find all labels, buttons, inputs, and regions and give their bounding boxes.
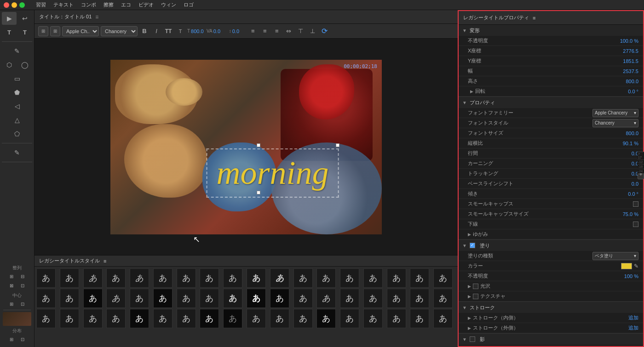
style-cell-7[interactable]: あ — [200, 268, 219, 288]
skew-value[interactable]: 0.0 ° — [602, 191, 638, 197]
menu-item-5[interactable]: ビデオ — [138, 1, 154, 8]
handle-tl[interactable] — [257, 143, 260, 147]
style-cell-44[interactable]: あ — [223, 309, 242, 328]
stroke-header[interactable]: ▼ ストローク — [459, 302, 643, 313]
handle-ml[interactable] — [257, 191, 260, 194]
style-cell-18[interactable]: あ — [36, 289, 56, 308]
align-right-button[interactable]: ≡ — [272, 26, 282, 36]
dist-btn-1[interactable]: ⊞ — [6, 335, 17, 343]
style-cell-3[interactable]: あ — [106, 268, 126, 288]
style-cell-12[interactable]: あ — [316, 268, 336, 288]
shadow-checkbox[interactable] — [470, 336, 475, 342]
style-cell-24[interactable]: あ — [177, 289, 196, 308]
close-button[interactable] — [4, 2, 9, 8]
diamond-tool[interactable]: ⬟ — [10, 86, 24, 99]
style-cell-43[interactable]: あ — [200, 309, 219, 328]
style-cell-46[interactable]: あ — [270, 309, 289, 328]
style-cell-37[interactable]: あ — [60, 309, 79, 328]
kerning-value[interactable]: 0.0 — [213, 28, 227, 34]
text-format-btn-1[interactable]: ⊞ — [38, 26, 48, 36]
style-cell-8[interactable]: あ — [223, 268, 242, 288]
bottom-menu-icon[interactable]: ≡ — [104, 258, 106, 264]
align-left-button[interactable]: ≡ — [248, 26, 258, 36]
width-value[interactable]: 2537.5 — [602, 68, 638, 74]
properties-header[interactable]: ▼ プロパティ — [459, 97, 643, 108]
style-cell-49[interactable]: あ — [340, 309, 359, 328]
style-cell-28[interactable]: あ — [270, 289, 289, 308]
title-menu-icon[interactable]: ≡ — [95, 14, 98, 20]
style-cell-27[interactable]: あ — [247, 289, 266, 308]
style-cell-17[interactable]: あ — [433, 268, 453, 288]
style-cell-2[interactable]: あ — [83, 268, 103, 288]
menu-item-2[interactable]: コンポ — [81, 1, 96, 8]
shadow-header[interactable]: ▼ 影 — [459, 334, 643, 345]
tracking-value[interactable]: 0.0 — [602, 171, 638, 176]
underline-checkbox[interactable] — [633, 222, 638, 227]
align-bottom-button[interactable]: ⊥ — [308, 26, 318, 36]
shape-tool-2[interactable]: ◯ — [17, 58, 32, 71]
style-cell-35[interactable]: あ — [433, 289, 453, 308]
y-value[interactable]: 1851.5 — [602, 58, 638, 64]
style-cell-30[interactable]: あ — [316, 289, 336, 308]
triangle-tool[interactable]: △ — [10, 114, 24, 126]
style-cell-42[interactable]: あ — [177, 309, 196, 328]
font-style-dropdown[interactable]: Chancery ▾ — [592, 119, 638, 127]
pen-tool[interactable]: ✎ — [10, 45, 24, 57]
fill-opacity-value[interactable]: 100 % — [602, 273, 638, 279]
aspect-value[interactable]: 90.1 % — [602, 141, 638, 146]
fill-checkbox[interactable] — [470, 243, 475, 248]
style-cell-14[interactable]: あ — [363, 268, 383, 288]
style-cell-50[interactable]: あ — [363, 309, 383, 328]
align-btn-3[interactable]: ⊠ — [6, 281, 17, 290]
center-btn-2[interactable]: ⊡ — [17, 300, 28, 308]
kerning-prop-value[interactable]: 0.0 — [602, 161, 638, 166]
align-center-button[interactable]: ≡ — [260, 26, 270, 36]
menu-item-0[interactable]: 習習 — [36, 1, 46, 8]
caps-button[interactable]: TT — [163, 26, 173, 36]
style-cell-39[interactable]: あ — [106, 309, 126, 328]
style-cell-47[interactable]: あ — [293, 309, 313, 328]
menu-item-6[interactable]: ウィン — [161, 1, 176, 8]
rect-tool[interactable]: ▭ — [10, 72, 24, 85]
style-cell-4[interactable]: あ — [130, 268, 149, 288]
minimize-button[interactable] — [12, 2, 17, 8]
opacity-value[interactable]: 100.0 % — [602, 38, 638, 44]
gloss-checkbox[interactable] — [473, 284, 478, 289]
style-cell-36[interactable]: あ — [36, 309, 56, 328]
dist-btn-2[interactable]: ⊡ — [17, 335, 28, 343]
italic-button[interactable]: I — [151, 26, 161, 36]
draw-tool[interactable]: ✎ — [10, 146, 24, 159]
align-btn-2[interactable]: ⊟ — [17, 272, 28, 280]
style-cell-29[interactable]: あ — [293, 289, 313, 308]
eyedropper-icon[interactable]: ✎ — [634, 263, 638, 269]
align-btn-1[interactable]: ⊞ — [6, 272, 17, 280]
style-cell-40[interactable]: あ — [130, 309, 149, 328]
style-cell-32[interactable]: あ — [363, 289, 383, 308]
style-cell-21[interactable]: あ — [106, 289, 126, 308]
font-family-select[interactable]: Apple Ch... — [62, 26, 99, 36]
menu-item-4[interactable]: エコ — [121, 1, 131, 8]
center-btn-1[interactable]: ⊞ — [6, 300, 17, 308]
style-cell-26[interactable]: あ — [223, 289, 242, 308]
text-tool-h[interactable]: T — [2, 26, 17, 39]
maximize-button[interactable] — [19, 2, 25, 8]
panel-menu-icon[interactable]: ≡ — [533, 15, 535, 21]
style-cell-5[interactable]: あ — [153, 268, 172, 288]
font-size-prop-value[interactable]: 800.0 — [602, 131, 638, 136]
color-swatch[interactable] — [621, 263, 632, 269]
style-cell-20[interactable]: あ — [83, 289, 103, 308]
align-top-button[interactable]: ⊤ — [296, 26, 306, 36]
style-cell-9[interactable]: あ — [247, 268, 266, 288]
style-cell-41[interactable]: あ — [153, 309, 172, 328]
style-cell-15[interactable]: あ — [387, 268, 406, 288]
style-cell-51[interactable]: あ — [387, 309, 406, 328]
bold-button[interactable]: B — [139, 26, 150, 36]
style-cell-34[interactable]: あ — [410, 289, 429, 308]
style-cell-25[interactable]: あ — [200, 289, 219, 308]
style-cell-52[interactable]: あ — [410, 309, 429, 328]
baseline-value[interactable]: 0.0 — [602, 181, 638, 187]
align-justify-button[interactable]: ⇔ — [284, 26, 294, 36]
fill-type-dropdown[interactable]: ベタ塗り ▾ — [592, 252, 638, 260]
style-cell-33[interactable]: あ — [387, 289, 406, 308]
transform-header[interactable]: ▼ 変形 — [459, 25, 643, 36]
